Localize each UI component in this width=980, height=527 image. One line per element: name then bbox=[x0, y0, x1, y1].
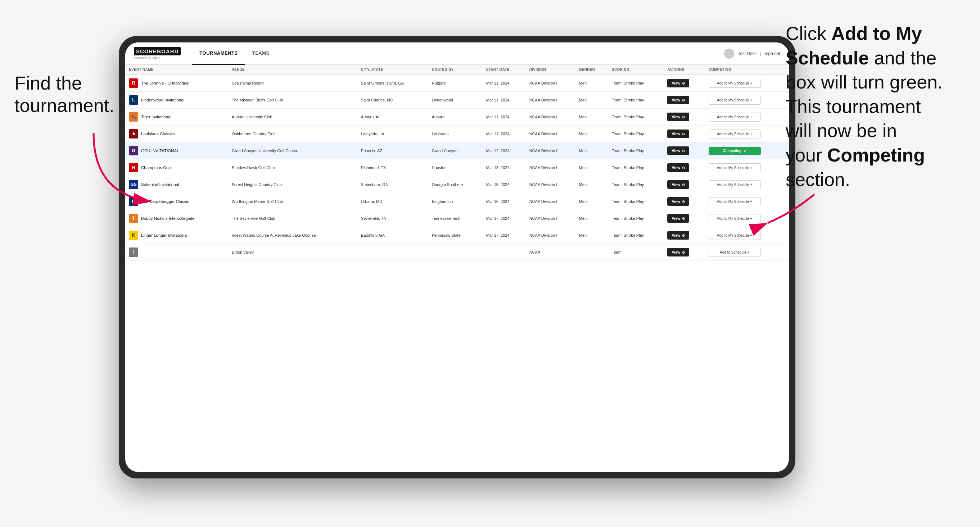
competing-cell: Add to Schedule + bbox=[705, 244, 789, 261]
view-icon: ⊙ bbox=[682, 166, 685, 170]
hosted-text: Auburn bbox=[432, 115, 444, 119]
table-row: GS Schenkel Invitational Forest Heights … bbox=[125, 176, 789, 193]
city-cell: Phoenix, AZ bbox=[357, 143, 428, 159]
add-schedule-button[interactable]: Add to My Schedule + bbox=[709, 163, 761, 172]
view-button[interactable]: View ⊙ bbox=[667, 96, 689, 104]
division-text: NCAA Division I bbox=[530, 98, 557, 102]
view-icon: ⊙ bbox=[682, 98, 685, 102]
hosted-text: Rutgers bbox=[432, 81, 446, 85]
hosted-cell: Georgia Southern bbox=[428, 176, 483, 193]
division-cell: NCAA Division I bbox=[526, 227, 576, 244]
date-text: Mar 11, 2024 bbox=[486, 115, 510, 119]
logo-sub: Powered by clippd bbox=[134, 56, 181, 60]
scoring-cell: Team, Stroke Play bbox=[608, 92, 663, 109]
city-text: Auburn, AL bbox=[361, 115, 380, 119]
add-schedule-button[interactable]: Add to My Schedule + bbox=[709, 231, 761, 240]
venue-text: Oakbourne Country Club bbox=[232, 132, 276, 136]
col-hosted: HOSTED BY bbox=[428, 65, 483, 75]
venue-text: Great Waters Course At Reynolds Lake Oco… bbox=[232, 233, 316, 237]
view-button[interactable]: View ⊙ bbox=[667, 130, 689, 138]
actions-cell: View ⊙ bbox=[663, 176, 705, 193]
event-name-cell: T Bobby Nichols Intercollegiate bbox=[125, 210, 228, 227]
event-name: Tiger Invitational bbox=[141, 115, 171, 119]
tablet-screen: SCOREBOARD Powered by clippd TOURNAMENTS… bbox=[125, 43, 789, 472]
scoring-text: Team, Stroke Play bbox=[612, 149, 644, 153]
gender-cell: Men bbox=[576, 159, 608, 176]
scoring-text: Team, Stroke Play bbox=[612, 233, 644, 237]
competing-cell: Add to My Schedule + bbox=[705, 125, 789, 143]
gender-text: Men bbox=[579, 115, 587, 119]
signout-link[interactable]: Sign out bbox=[764, 51, 780, 56]
view-button[interactable]: View ⊙ bbox=[667, 79, 689, 87]
event-name-cell: 🐾 Tiger Invitational bbox=[125, 109, 228, 125]
date-text: Mar 13, 2024 bbox=[486, 165, 510, 170]
add-schedule-button[interactable]: Add to My Schedule + bbox=[709, 180, 761, 189]
tab-tournaments[interactable]: TOURNAMENTS bbox=[192, 43, 245, 65]
view-label: View bbox=[671, 149, 680, 153]
competing-button[interactable]: Competing ✓ bbox=[709, 147, 761, 155]
add-schedule-button[interactable]: Add to Schedule + bbox=[709, 248, 761, 257]
city-cell: Sevierville, TN bbox=[357, 210, 428, 227]
division-text: NCAA Division I bbox=[530, 216, 557, 221]
table-row: K Linger Longer Invitational Great Water… bbox=[125, 227, 789, 244]
division-cell: NCAA Division I bbox=[526, 75, 576, 92]
venue-cell: Great Waters Course At Reynolds Lake Oco… bbox=[228, 227, 357, 244]
view-icon: ⊙ bbox=[682, 132, 685, 136]
add-schedule-button[interactable]: Add to My Schedule + bbox=[709, 79, 761, 88]
scoring-cell: Team, Stroke Play bbox=[608, 75, 663, 92]
view-button[interactable]: View ⊙ bbox=[667, 146, 689, 155]
view-label: View bbox=[671, 183, 680, 187]
team-logo: K bbox=[129, 230, 138, 240]
gender-cell: Men bbox=[576, 193, 608, 210]
venue-cell: Shadow Hawk Golf Club bbox=[228, 159, 357, 176]
view-button[interactable]: View ⊙ bbox=[667, 231, 689, 240]
add-schedule-button[interactable]: Add to My Schedule + bbox=[709, 214, 761, 223]
table-header-row: EVENT NAME VENUE CITY, STATE HOSTED BY S… bbox=[125, 65, 789, 75]
add-schedule-label: Add to My Schedule + bbox=[717, 132, 752, 136]
add-schedule-button[interactable]: Add to My Schedule + bbox=[709, 130, 761, 138]
table-row: R The Johnnie - O Individual Sea Palms R… bbox=[125, 75, 789, 92]
view-button[interactable]: View ⊙ bbox=[667, 248, 689, 257]
date-cell: Mar 16, 2024 bbox=[483, 193, 526, 210]
city-cell: Saint Charles, MO bbox=[357, 92, 428, 109]
venue-text: Brook Valley bbox=[232, 250, 254, 254]
view-button[interactable]: View ⊙ bbox=[667, 197, 689, 206]
city-cell: Statesboro, GA bbox=[357, 176, 428, 193]
add-schedule-button[interactable]: Add to My Schedule + bbox=[709, 113, 761, 122]
annotation-left: Find thetournament. bbox=[14, 72, 115, 117]
right-arrow bbox=[757, 190, 829, 234]
date-cell: Mar 12, 2024 bbox=[483, 143, 526, 159]
division-cell: NCAA Division I bbox=[526, 193, 576, 210]
venue-text: Worthington Manor Golf Club bbox=[232, 199, 283, 203]
view-icon: ⊙ bbox=[682, 81, 685, 85]
view-button[interactable]: View ⊙ bbox=[667, 214, 689, 223]
hosted-cell: Louisiana bbox=[428, 125, 483, 143]
division-text: NCAA Division I bbox=[530, 233, 557, 237]
actions-cell: View ⊙ bbox=[663, 159, 705, 176]
city-text: Saint Charles, MO bbox=[361, 98, 393, 102]
add-schedule-button[interactable]: Add to My Schedule + bbox=[709, 197, 761, 206]
view-label: View bbox=[671, 199, 680, 203]
add-schedule-label: Add to My Schedule + bbox=[717, 81, 752, 85]
col-actions: ACTIONS bbox=[663, 65, 705, 75]
table-row: ⚜ Louisiana Classics Oakbourne Country C… bbox=[125, 125, 789, 143]
scoring-cell: Team, Stroke Play bbox=[608, 210, 663, 227]
date-cell: Mar 17, 2024 bbox=[483, 227, 526, 244]
add-schedule-label: Add to My Schedule + bbox=[717, 233, 752, 237]
tab-teams[interactable]: TEAMS bbox=[245, 43, 277, 65]
venue-cell: Brook Valley bbox=[228, 244, 357, 261]
tablet-frame: SCOREBOARD Powered by clippd TOURNAMENTS… bbox=[119, 36, 795, 478]
view-icon: ⊙ bbox=[682, 183, 685, 187]
add-schedule-button[interactable]: Add to My Schedule + bbox=[709, 96, 761, 105]
view-button[interactable]: View ⊙ bbox=[667, 113, 689, 121]
view-button[interactable]: View ⊙ bbox=[667, 180, 689, 189]
scoring-cell: Team, Stroke Play bbox=[608, 159, 663, 176]
view-label: View bbox=[671, 81, 680, 85]
gender-cell: Men bbox=[576, 75, 608, 92]
division-text: NCAA Division I bbox=[530, 183, 557, 187]
date-text: Mar 17, 2024 bbox=[486, 216, 510, 221]
actions-cell: View ⊙ bbox=[663, 109, 705, 125]
city-text: Statesboro, GA bbox=[361, 183, 388, 187]
actions-cell: View ⊙ bbox=[663, 125, 705, 143]
view-button[interactable]: View ⊙ bbox=[667, 163, 689, 172]
